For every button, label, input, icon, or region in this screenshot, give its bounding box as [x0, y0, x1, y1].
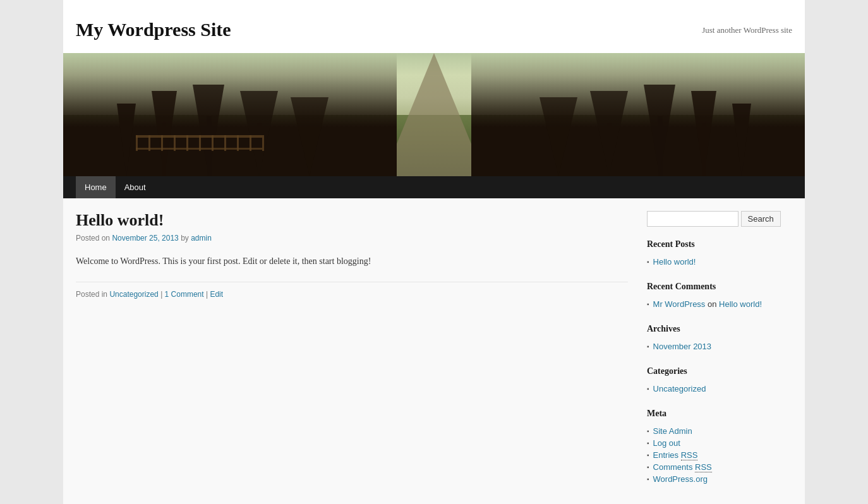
meta-link-logout[interactable]: Log out	[653, 438, 680, 448]
search-button[interactable]: Search	[741, 211, 781, 227]
list-item: Uncategorized	[647, 383, 792, 395]
footer-edit-link[interactable]: Edit	[210, 290, 223, 299]
search-input[interactable]	[647, 211, 738, 227]
svg-rect-23	[148, 135, 150, 151]
list-item: November 2013	[647, 340, 792, 352]
content-area: Hello world! Posted on November 25, 2013…	[63, 198, 805, 504]
list-item: Hello world!	[647, 256, 792, 268]
comment-author: Mr WordPress on Hello world!	[653, 299, 762, 309]
svg-rect-19	[557, 126, 560, 176]
site-description: Just another WordPress site	[702, 19, 792, 35]
site-title: My Wordpress Site	[76, 19, 231, 40]
svg-rect-17	[607, 123, 612, 176]
post-content: Welcome to WordPress. This is your first…	[76, 254, 628, 269]
meta-posted-label: Posted on	[76, 234, 110, 243]
post-author-link[interactable]: admin	[191, 234, 212, 243]
list-item: Entries RSS	[647, 449, 792, 461]
post-date-link[interactable]: November 25, 2013	[112, 234, 178, 243]
recent-posts-widget: Recent Posts Hello world!	[647, 239, 792, 268]
categories-heading: Categories	[647, 366, 792, 376]
svg-rect-5	[207, 116, 212, 176]
site-header: My Wordpress Site Just another WordPress…	[63, 0, 805, 53]
meta-widget: Meta Site Admin Log out Entries RSS Comm…	[647, 409, 792, 485]
categories-list: Uncategorized	[647, 383, 792, 395]
svg-rect-15	[658, 116, 663, 176]
svg-rect-24	[161, 135, 163, 151]
meta-link-comments-rss[interactable]: Comments RSS	[653, 462, 712, 472]
svg-rect-27	[199, 135, 201, 151]
svg-rect-31	[250, 135, 251, 151]
recent-comments-widget: Recent Comments Mr WordPress on Hello wo…	[647, 282, 792, 310]
recent-posts-list: Hello world!	[647, 256, 792, 268]
archive-link-1[interactable]: November 2013	[653, 342, 712, 351]
nav-link-about[interactable]: About	[116, 176, 155, 198]
svg-rect-28	[212, 135, 214, 151]
svg-rect-13	[702, 123, 706, 176]
recent-comments-heading: Recent Comments	[647, 282, 792, 292]
svg-rect-29	[224, 135, 226, 151]
meta-link-site-admin[interactable]: Site Admin	[653, 426, 692, 436]
main-content: Hello world! Posted on November 25, 2013…	[76, 211, 628, 499]
post-title: Hello world!	[76, 211, 628, 230]
recent-posts-heading: Recent Posts	[647, 239, 792, 249]
svg-rect-1	[124, 129, 128, 176]
list-item: WordPress.org	[647, 473, 792, 485]
footer-posted-in: Posted in	[76, 290, 107, 299]
header-image	[63, 53, 805, 176]
comment-post-link[interactable]: Hello world!	[719, 299, 762, 309]
svg-rect-30	[237, 135, 239, 151]
nav-item-about[interactable]: About	[116, 176, 155, 198]
meta-link-wordpress-org[interactable]: WordPress.org	[653, 474, 708, 484]
list-item: Log out	[647, 437, 792, 449]
main-nav: Home About	[63, 176, 805, 198]
footer-comment-link[interactable]: 1 Comment	[165, 290, 204, 299]
meta-link-entries-rss[interactable]: Entries RSS	[653, 450, 698, 460]
categories-widget: Categories Uncategorized	[647, 366, 792, 395]
post-title-link[interactable]: Hello world!	[76, 211, 164, 229]
sidebar: Search Recent Posts Hello world! Recent …	[647, 211, 792, 499]
footer-category-link[interactable]: Uncategorized	[109, 290, 158, 299]
svg-rect-11	[740, 129, 744, 176]
post-article: Hello world! Posted on November 25, 2013…	[76, 211, 628, 299]
list-item: Mr WordPress on Hello world!	[647, 298, 792, 310]
archives-heading: Archives	[647, 324, 792, 334]
meta-heading: Meta	[647, 409, 792, 419]
category-link-1[interactable]: Uncategorized	[653, 384, 706, 393]
comment-author-link[interactable]: Mr WordPress	[653, 299, 706, 309]
meta-by-label: by	[181, 234, 189, 243]
list-item: Site Admin	[647, 425, 792, 437]
svg-rect-25	[174, 135, 176, 151]
tree-svg	[63, 53, 805, 176]
archives-list: November 2013	[647, 340, 792, 352]
svg-rect-26	[186, 135, 188, 151]
nav-link-home[interactable]: Home	[76, 176, 116, 198]
comment-on: on	[708, 299, 719, 309]
svg-rect-22	[136, 135, 138, 151]
svg-rect-32	[262, 135, 264, 151]
archives-widget: Archives November 2013	[647, 324, 792, 352]
sidebar-search-widget: Search	[647, 211, 792, 227]
nav-item-home[interactable]: Home	[76, 176, 116, 198]
recent-post-link-1[interactable]: Hello world!	[653, 257, 696, 267]
recent-comments-list: Mr WordPress on Hello world!	[647, 298, 792, 310]
meta-list: Site Admin Log out Entries RSS Comments …	[647, 425, 792, 485]
post-footer: Posted in Uncategorized | 1 Comment | Ed…	[76, 282, 628, 299]
post-meta: Posted on November 25, 2013 by admin	[76, 234, 628, 243]
svg-rect-9	[308, 126, 311, 176]
list-item: Comments RSS	[647, 461, 792, 473]
